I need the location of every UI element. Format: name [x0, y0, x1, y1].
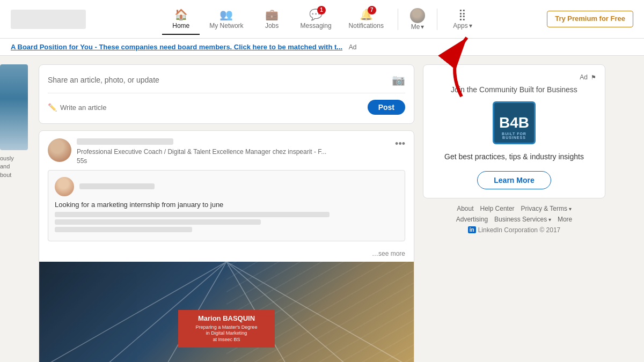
ad-card-label: Ad — [580, 73, 588, 81]
shared-avatar — [55, 177, 74, 196]
copyright-text: LinkedIn Corporation © 2017 — [478, 226, 561, 234]
left-sidebar-image — [0, 64, 28, 150]
share-bottom: ✏️ Write an article Post — [48, 93, 405, 115]
linkedin-in-logo: in — [468, 226, 476, 233]
blur-line-3 — [55, 227, 192, 232]
post-image: Marion BASQUIN Preparing a Master's Degr… — [39, 262, 414, 362]
footer-links: About Help Center Privacy & Terms Advert… — [423, 205, 605, 234]
chevron-down-icon: ▾ — [421, 23, 424, 31]
premium-section: Try Premium for Free — [547, 11, 633, 27]
post-button[interactable]: Post — [368, 100, 405, 115]
footer-link-help[interactable]: Help Center — [480, 205, 515, 212]
left-sidebar: ously and bout — [0, 64, 30, 362]
me-label: Me ▾ — [411, 23, 425, 31]
share-top: Share an article, photo, or update 📷 — [48, 73, 405, 86]
footer-link-advertising[interactable]: Advertising — [456, 216, 488, 223]
navbar: 🏠 Home 👥 My Network 💼 Jobs 💬 1 Messaging… — [0, 0, 644, 39]
footer-link-business[interactable]: Business Services — [494, 216, 551, 223]
camera-icon[interactable]: 📷 — [392, 73, 405, 86]
ad-banner: A Board Position for You - These compani… — [0, 39, 644, 56]
shared-post-text: Looking for a marketing internship from … — [55, 201, 398, 209]
footer-row-1: About Help Center Privacy & Terms — [425, 205, 603, 212]
nav-item-notifications[interactable]: 🔔 7 Notifications — [341, 4, 391, 35]
post-more-button[interactable]: ••• — [395, 138, 405, 150]
nav-item-network[interactable]: 👥 My Network — [202, 4, 251, 35]
sidebar-text: ously and bout — [0, 154, 30, 179]
nav-item-home[interactable]: 🏠 Home — [162, 4, 200, 35]
ad-card: Ad ⚑ Join the Community Built for Busine… — [423, 64, 605, 198]
nav-divider — [398, 9, 398, 30]
shared-post-header — [55, 177, 398, 196]
see-more-link[interactable]: …see more — [39, 248, 414, 262]
premium-button[interactable]: Try Premium for Free — [547, 11, 633, 27]
post-card: Professional Executive Coach / Digital &… — [39, 130, 414, 362]
notifications-icon: 🔔 7 — [360, 8, 373, 21]
share-placeholder[interactable]: Share an article, photo, or update — [48, 76, 159, 84]
apps-icon: ⣿ — [458, 8, 466, 21]
post-meta: Professional Executive Coach / Digital &… — [77, 147, 390, 166]
pencil-icon: ✏️ — [48, 103, 57, 112]
post-info: Professional Executive Coach / Digital &… — [77, 138, 390, 166]
footer-copyright: in LinkedIn Corporation © 2017 — [425, 226, 603, 234]
ad-card-header: Ad ⚑ — [432, 73, 596, 81]
write-article-label: Write an article — [60, 104, 106, 112]
nav-label-notifications: Notifications — [349, 22, 384, 29]
ad-flag-icon[interactable]: ⚑ — [591, 74, 596, 81]
learn-more-button[interactable]: Learn More — [477, 171, 551, 189]
notifications-badge: 7 — [368, 6, 376, 14]
chevron-down-icon-apps: ▾ — [469, 22, 472, 29]
post-avatar — [48, 138, 71, 162]
post-avatar-image — [48, 138, 71, 162]
ad-banner-label: Ad — [349, 43, 357, 51]
nav-item-me[interactable]: Me ▾ — [405, 4, 430, 35]
write-article-link[interactable]: ✏️ Write an article — [48, 103, 363, 112]
shared-post: Looking for a marketing internship from … — [48, 170, 405, 241]
footer-link-about[interactable]: About — [457, 205, 473, 212]
footer-row-2: Advertising Business Services More — [425, 216, 603, 223]
nav-divider-2 — [437, 9, 437, 30]
nav-item-apps[interactable]: ⣿ Apps ▾ — [444, 4, 481, 35]
shared-blur-lines — [55, 212, 398, 232]
nav-label-jobs: Jobs — [265, 22, 279, 29]
right-sidebar: Ad ⚑ Join the Community Built for Busine… — [423, 64, 605, 362]
messaging-icon: 💬 1 — [309, 8, 323, 21]
post-header: Professional Executive Coach / Digital &… — [39, 131, 414, 170]
linkedin-logo — [11, 10, 86, 29]
network-icon: 👥 — [219, 8, 233, 21]
banner-desc: Preparing a Master's Degreein Digital Ma… — [185, 324, 268, 343]
banner-name: Marion BASQUIN — [185, 314, 268, 322]
shared-name-blurred — [79, 183, 155, 189]
ad-banner-link[interactable]: A Board Position for You - These compani… — [11, 43, 342, 51]
blur-line-2 — [55, 219, 261, 225]
share-box: Share an article, photo, or update 📷 ✏️ … — [39, 64, 414, 124]
b4b-logo: B4B BUILT FOR BUSINESS — [493, 101, 536, 144]
nav-label-network: My Network — [209, 22, 243, 29]
footer-link-privacy[interactable]: Privacy & Terms — [521, 205, 572, 212]
jobs-icon: 💼 — [265, 8, 279, 21]
footer-link-more[interactable]: More — [558, 216, 572, 223]
feed: Share an article, photo, or update 📷 ✏️ … — [39, 64, 414, 362]
post-name-blurred — [77, 138, 173, 145]
avatar — [410, 8, 425, 23]
nav-label-home: Home — [172, 22, 189, 29]
blur-line-1 — [55, 212, 330, 217]
nav-item-messaging[interactable]: 💬 1 Messaging — [293, 4, 339, 35]
nav-item-jobs[interactable]: 💼 Jobs — [253, 4, 291, 35]
ad-card-description: Get best practices, tips & industry insi… — [432, 152, 596, 162]
banner-sign: Marion BASQUIN Preparing a Master's Degr… — [178, 310, 275, 348]
nav-label-messaging: Messaging — [301, 22, 332, 29]
nav-items: 🏠 Home 👥 My Network 💼 Jobs 💬 1 Messaging… — [97, 4, 547, 35]
ad-card-title: Join the Community Built for Business — [432, 85, 596, 94]
messaging-badge: 1 — [317, 6, 326, 14]
home-icon: 🏠 — [174, 8, 188, 21]
